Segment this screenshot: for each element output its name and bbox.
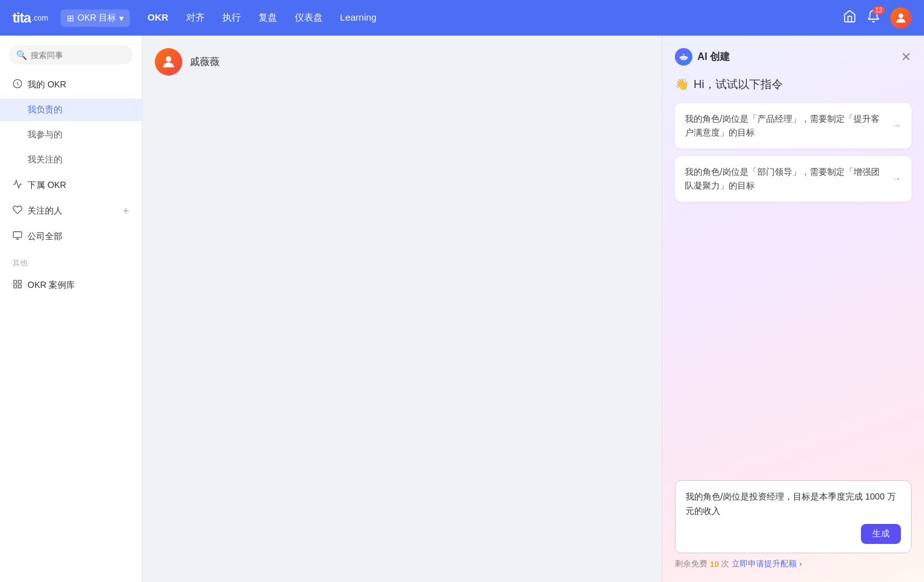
nav-okr-target-label: OKR 目标 [77,12,116,24]
case-icon [12,279,22,291]
arrow-right-icon-1: → [892,120,902,131]
svg-rect-7 [18,285,21,288]
subordinate-icon [12,179,22,191]
sidebar-item-my-okr[interactable]: 我的 OKR [0,73,142,96]
user-avatar[interactable] [890,7,912,29]
arrow-right-icon-2: → [892,173,902,184]
sidebar-item-case-library[interactable]: OKR 案例库 [0,274,142,297]
user-avatar-large [155,48,182,76]
sidebar-item-subordinate-label: 下属 OKR [27,180,66,191]
nav-item-okr[interactable]: OKR [139,8,177,27]
notification-icon[interactable]: 12 [867,9,880,26]
sidebar-item-my-okr-label: 我的 OKR [27,79,66,91]
svg-point-0 [898,13,903,17]
add-watch-button[interactable]: + [122,205,129,217]
main-nav: OKR 对齐 执行 复盘 仪表盘 Learning [139,8,385,27]
suggestion-card-2[interactable]: 我的角色/岗位是「部门领导」，需要制定「增强团队凝聚力」的目标 → [675,156,912,202]
svg-point-11 [682,57,683,59]
sidebar-item-following-label: 我关注的 [27,154,62,165]
svg-rect-8 [14,285,17,288]
footer-unit: 次 [721,558,729,570]
sidebar-item-company-label: 公司全部 [27,231,62,242]
heart-icon [12,205,22,217]
remaining-count: 10 [710,560,719,569]
notification-badge: 12 [873,6,885,14]
header-icons: 12 [843,7,912,29]
ai-title: AI 创建 [697,51,730,64]
svg-rect-2 [13,232,21,237]
svg-rect-6 [18,280,21,284]
home-icon[interactable] [843,9,857,26]
svg-rect-13 [683,59,685,59]
center-area: 戚薇薇 [142,36,662,582]
chevron-down-icon: ▾ [119,13,124,23]
nav-item-align[interactable]: 对齐 [177,8,214,27]
sidebar-item-responsible[interactable]: 我负责的 [0,99,142,121]
logo-suffix: .com [32,14,48,22]
nav-item-learning[interactable]: Learning [332,8,385,27]
generate-button[interactable]: 生成 [861,524,901,544]
sidebar-item-watch-label: 关注的人 [27,205,62,217]
header: tita .com ⊞ OKR 目标 ▾ OKR 对齐 执行 复盘 仪表盘 Le… [0,0,924,36]
footer-prefix: 剩余免费 [675,558,707,570]
search-icon: 🔍 [16,50,27,60]
greeting-text: Hi，试试以下指令 [694,77,783,92]
greeting-emoji: 👋 [675,77,689,91]
sidebar-item-participating[interactable]: 我参与的 [0,124,142,146]
search-input[interactable] [31,51,125,60]
sidebar-item-watch-people[interactable]: 关注的人 + [0,199,142,222]
svg-rect-10 [681,56,686,61]
ai-input-area[interactable]: 我的角色/岗位是投资经理，目标是本季度完成 1000 万元的收入 生成 [675,480,912,553]
sidebar-section-other: 其他 [0,250,142,271]
sidebar-item-company[interactable]: 公司全部 [0,225,142,248]
suggestion-text-2: 我的角色/岗位是「部门领导」，需要制定「增强团队凝聚力」的目标 [685,165,885,193]
my-okr-icon [12,79,22,91]
sidebar-item-following[interactable]: 我关注的 [0,149,142,171]
svg-point-14 [683,54,684,55]
ai-header: AI 创建 ✕ [675,48,912,66]
search-box[interactable]: 🔍 [9,46,133,64]
user-name: 戚薇薇 [190,56,220,69]
ai-panel: AI 创建 ✕ 👋 Hi，试试以下指令 我的角色/岗位是「产品经理」，需要制定「… [662,36,924,582]
grid-icon: ⊞ [67,13,74,23]
sidebar-item-responsible-label: 我负责的 [27,104,62,116]
ai-close-button[interactable]: ✕ [901,51,912,63]
ai-footer: 剩余免费 10 次 立即申请提升配额 › [675,558,912,570]
ai-robot-icon [675,48,692,66]
ai-input-text: 我的角色/岗位是投资经理，目标是本季度完成 1000 万元的收入 [686,490,901,518]
main-content: 🔍 我的 OKR 我负责的 我参与的 我关注的 下属 OKR [0,36,924,582]
nav-item-dashboard[interactable]: 仪表盘 [286,8,332,27]
sidebar-case-library-label: OKR 案例库 [27,280,75,291]
nav-item-review[interactable]: 复盘 [250,8,286,27]
suggestion-text-1: 我的角色/岗位是「产品经理」，需要制定「提升客户满意度」的目标 [685,112,885,140]
nav-okr-target[interactable]: ⊞ OKR 目标 ▾ [61,9,130,27]
sidebar-item-subordinate-okr[interactable]: 下属 OKR [0,174,142,197]
svg-rect-5 [14,280,17,284]
upgrade-link[interactable]: 立即申请提升配额 › [732,558,802,570]
ai-greeting: 👋 Hi，试试以下指令 [675,77,912,92]
sidebar-item-participating-label: 我参与的 [27,129,62,141]
svg-point-12 [684,57,686,59]
logo[interactable]: tita .com [12,10,48,26]
suggestion-card-1[interactable]: 我的角色/岗位是「产品经理」，需要制定「提升客户满意度」的目标 → [675,103,912,149]
company-icon [12,230,22,242]
ai-title-row: AI 创建 [675,48,730,66]
nav-item-execute[interactable]: 执行 [214,8,250,27]
user-header: 戚薇薇 [155,48,649,76]
svg-point-9 [166,56,172,62]
logo-text: tita [12,10,31,26]
sidebar: 🔍 我的 OKR 我负责的 我参与的 我关注的 下属 OKR [0,36,142,582]
